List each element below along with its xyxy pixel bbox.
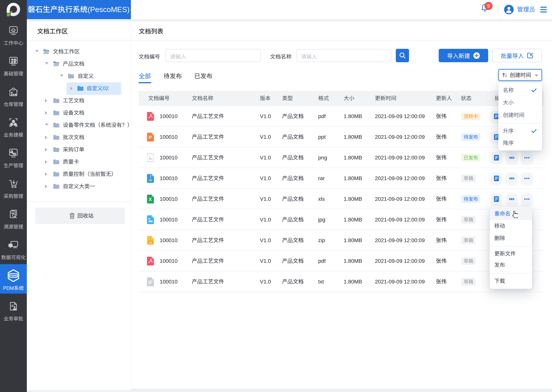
svg-text:PDM: PDM <box>10 274 17 277</box>
svg-text:X: X <box>149 197 152 202</box>
svg-text:P: P <box>149 135 152 140</box>
svg-text:zip: zip <box>149 241 152 243</box>
svg-text:rar: rar <box>149 179 152 181</box>
